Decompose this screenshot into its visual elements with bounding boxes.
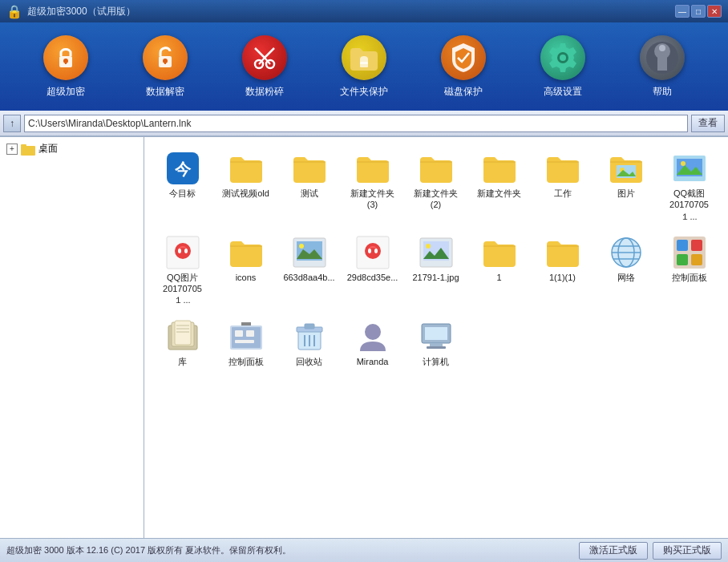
svg-rect-66	[305, 324, 314, 329]
toolbar: 超级加密 数据解密 数据粉碎	[0, 22, 728, 111]
file-item-663d8[interactable]: 663d8aa4b...	[279, 229, 339, 310]
file-item-controlpanel2[interactable]: 控制面板	[659, 229, 719, 310]
svg-point-38	[374, 249, 378, 253]
computer-icon	[417, 317, 455, 356]
img21791-icon	[417, 233, 455, 272]
file-item-library[interactable]: 库	[152, 313, 212, 371]
back-button[interactable]: ↑	[3, 115, 21, 132]
toolbar-disk-protect[interactable]: 磁盘保护	[431, 35, 495, 99]
file-item-img21791[interactable]: 21791-1.jpg	[406, 229, 466, 310]
file-item-newfolder2b[interactable]: 新建文件夹	[469, 145, 529, 226]
title-bar: 🔒 超级加密3000（试用版） — □ ✕	[0, 0, 728, 22]
file-item-pictures[interactable]: 图片	[596, 145, 656, 226]
qqscreen-icon	[670, 149, 709, 188]
search-button[interactable]: 查看	[691, 115, 725, 132]
file-grid: 今 今目标 测试视频old	[152, 145, 720, 371]
file-item-controlpanel1[interactable]: 控制面板	[216, 313, 276, 371]
controlpanel1-label: 控制面板	[229, 356, 264, 367]
tree-item-desktop[interactable]: + 桌面	[3, 140, 140, 157]
svg-point-27	[681, 161, 686, 166]
folder1b-label: 1(1)(1)	[549, 272, 576, 283]
file-item-icons[interactable]: icons	[216, 229, 276, 310]
svg-rect-51	[691, 254, 702, 265]
svg-text:今: 今	[175, 160, 192, 178]
svg-rect-49	[691, 240, 702, 251]
toolbar-folder-protect[interactable]: 文件夹保护	[332, 35, 396, 99]
file-item-computer[interactable]: 计算机	[406, 313, 466, 371]
controlpanel1-icon	[227, 317, 265, 356]
svg-rect-62	[235, 340, 254, 343]
tree-panel: + 桌面	[0, 137, 144, 538]
svg-point-14	[560, 55, 566, 61]
svg-rect-17	[657, 58, 667, 71]
file-item-qqscreen[interactable]: QQ截图20170705１...	[659, 145, 719, 226]
status-bar: 超级加密 3000 版本 12.16 (C) 2017 版权所有 夏冰软件。保留…	[0, 538, 728, 562]
svg-rect-61	[246, 330, 254, 337]
network-icon	[607, 233, 645, 272]
tree-expand-icon[interactable]: +	[6, 144, 18, 155]
file-item-jintubiao[interactable]: 今 今目标	[152, 145, 212, 226]
file-item-29d8c[interactable]: 29d8cd35e...	[342, 229, 402, 310]
file-item-qqpic[interactable]: QQ图片20170705１...	[152, 229, 212, 310]
svg-rect-12	[360, 62, 368, 67]
29d8c-label: 29d8cd35e...	[347, 272, 398, 283]
file-item-work[interactable]: 工作	[532, 145, 593, 226]
newfolder2b-label: 新建文件夹	[477, 188, 521, 199]
file-item-testvideo[interactable]: 测试视频old	[216, 145, 276, 226]
file-item-test[interactable]: 测试	[279, 145, 339, 226]
file-item-network[interactable]: 网络	[596, 229, 656, 310]
file-panel: 今 今目标 测试视频old	[144, 137, 728, 538]
svg-point-30	[178, 249, 181, 253]
toolbar-advanced[interactable]: 高级设置	[531, 35, 595, 99]
file-item-folder1b[interactable]: 1(1)(1)	[532, 229, 593, 310]
toolbar-decrypt[interactable]: 数据解密	[133, 35, 197, 99]
address-input[interactable]	[24, 115, 688, 132]
toolbar-encrypt[interactable]: 超级加密	[34, 35, 98, 99]
close-button[interactable]: ✕	[707, 5, 722, 18]
buy-button[interactable]: 购买正式版	[653, 542, 722, 560]
advanced-label: 高级设置	[544, 85, 582, 99]
maximize-button[interactable]: □	[691, 5, 706, 18]
computer-label: 计算机	[423, 356, 449, 367]
folder-newfolder2b-icon	[480, 149, 519, 188]
icons-label: icons	[236, 272, 257, 283]
address-bar: ↑ 查看	[0, 111, 728, 136]
folder-work-icon	[544, 149, 582, 188]
svg-rect-63	[241, 322, 251, 325]
svg-point-36	[365, 243, 381, 259]
work-label: 工作	[554, 188, 572, 199]
svg-point-41	[426, 244, 431, 249]
svg-rect-2	[65, 61, 67, 64]
miranda-label: Miranda	[357, 356, 389, 367]
help-icon	[640, 35, 685, 80]
svg-rect-20	[21, 144, 26, 147]
toolbar-help[interactable]: 帮助	[630, 35, 694, 99]
file-item-newfolder2a[interactable]: 新建文件夹(2)	[406, 145, 466, 226]
folder-1-icon	[480, 233, 519, 272]
activate-button[interactable]: 激活正式版	[579, 542, 648, 560]
jintubiao-icon: 今	[164, 149, 202, 188]
toolbar-shred[interactable]: 数据粉碎	[233, 35, 297, 99]
svg-point-18	[659, 45, 665, 51]
folder-newfolder3-icon	[354, 149, 392, 188]
minimize-button[interactable]: —	[675, 5, 690, 18]
controlpanel2-label: 控制面板	[672, 272, 707, 283]
file-item-folder1[interactable]: 1	[469, 229, 529, 310]
file-item-recycle[interactable]: 回收站	[279, 313, 339, 371]
663d8-label: 663d8aa4b...	[283, 272, 334, 283]
scissors-icon	[242, 35, 287, 80]
newfolder3-label: 新建文件夹(3)	[350, 188, 394, 211]
jintubiao-label: 今目标	[169, 188, 196, 199]
svg-rect-48	[677, 240, 688, 251]
miranda-icon	[354, 317, 392, 356]
file-item-miranda[interactable]: Miranda	[342, 313, 402, 371]
help-label: 帮助	[653, 85, 672, 99]
folder1-label: 1	[496, 272, 501, 283]
img21791-label: 21791-1.jpg	[412, 272, 459, 283]
file-item-newfolder3[interactable]: 新建文件夹(3)	[342, 145, 402, 226]
svg-point-70	[365, 324, 381, 340]
svg-rect-5	[164, 61, 166, 64]
svg-rect-60	[235, 330, 243, 337]
recycle-icon	[290, 317, 329, 356]
svg-rect-50	[677, 254, 688, 265]
